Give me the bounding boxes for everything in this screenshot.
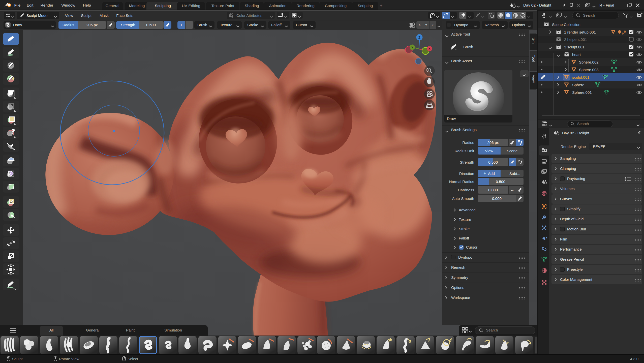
svg-text:Y: Y xyxy=(411,46,413,49)
svg-text:Z: Z xyxy=(418,36,420,39)
svg-text:X: X xyxy=(428,47,431,51)
